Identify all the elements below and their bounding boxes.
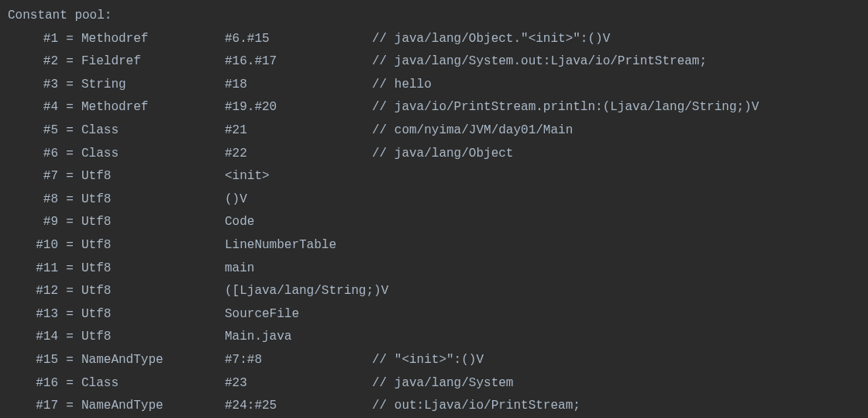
entry-comment: // out:Ljava/io/PrintStream; [372, 395, 580, 418]
entry-value: #24:#25 [225, 395, 372, 418]
entry-index: #1 [8, 28, 58, 51]
equals-sign: = [58, 372, 81, 396]
equals-sign: = [58, 119, 81, 143]
entry-comment: // hello [372, 74, 432, 97]
constant-pool-entry: #14=Utf8Main.java [8, 326, 868, 349]
entry-value: #23 [225, 372, 372, 396]
constant-pool-entry: #17=NameAndType#24:#25// out:Ljava/io/Pr… [8, 395, 868, 418]
entry-type: Class [81, 372, 225, 396]
constant-pool-entry: #9=Utf8Code [8, 211, 868, 234]
equals-sign: = [58, 303, 81, 326]
equals-sign: = [58, 188, 81, 212]
constant-pool-entry: #12=Utf8([Ljava/lang/String;)V [8, 280, 868, 303]
entry-index: #2 [8, 50, 58, 74]
entry-index: #12 [8, 280, 58, 303]
entry-value: ([Ljava/lang/String;)V [225, 280, 372, 303]
equals-sign: = [58, 50, 81, 74]
equals-sign: = [58, 96, 81, 119]
entry-index: #6 [8, 143, 58, 166]
entry-type: Class [81, 143, 225, 166]
entry-value: #22 [225, 143, 372, 166]
entry-type: Utf8 [81, 326, 225, 349]
constant-pool-entry: #10=Utf8LineNumberTable [8, 234, 868, 257]
equals-sign: = [58, 349, 81, 372]
entry-value: #6.#15 [225, 28, 372, 51]
constant-pool-entry: #16=Class#23// java/lang/System [8, 372, 868, 396]
entry-value: SourceFile [225, 303, 372, 326]
equals-sign: = [58, 74, 81, 97]
entry-type: Utf8 [81, 165, 225, 188]
entry-type: Utf8 [81, 211, 225, 234]
entry-comment: // java/lang/Object [372, 143, 513, 166]
entry-comment: // "<init>":()V [372, 349, 484, 372]
entry-index: #8 [8, 188, 58, 212]
entry-index: #17 [8, 395, 58, 418]
entry-index: #5 [8, 119, 58, 143]
constant-pool-entry: #7=Utf8<init> [8, 165, 868, 188]
entry-type: Fieldref [81, 50, 225, 74]
entry-type: Class [81, 119, 225, 143]
constant-pool-entry: #8=Utf8()V [8, 188, 868, 212]
equals-sign: = [58, 257, 81, 281]
constant-pool-entries: #1=Methodref#6.#15// java/lang/Object."<… [8, 28, 868, 418]
entry-type: Utf8 [81, 234, 225, 257]
entry-index: #3 [8, 74, 58, 97]
entry-type: NameAndType [81, 349, 225, 372]
entry-type: Methodref [81, 28, 225, 51]
constant-pool-entry: #3=String#18// hello [8, 74, 868, 97]
entry-comment: // java/io/PrintStream.println:(Ljava/la… [372, 96, 759, 119]
constant-pool-entry: #15=NameAndType#7:#8// "<init>":()V [8, 349, 868, 372]
constant-pool-entry: #11=Utf8main [8, 257, 868, 281]
constant-pool-entry: #2=Fieldref#16.#17// java/lang/System.ou… [8, 50, 868, 74]
entry-value: #16.#17 [225, 50, 372, 74]
constant-pool-header: Constant pool: [8, 5, 868, 28]
entry-comment: // com/nyima/JVM/day01/Main [372, 119, 573, 143]
entry-value: LineNumberTable [225, 234, 372, 257]
entry-index: #13 [8, 303, 58, 326]
entry-value: #21 [225, 119, 372, 143]
entry-index: #4 [8, 96, 58, 119]
equals-sign: = [58, 143, 81, 166]
entry-value: #18 [225, 74, 372, 97]
entry-comment: // java/lang/System [372, 372, 513, 396]
equals-sign: = [58, 395, 81, 418]
entry-index: #14 [8, 326, 58, 349]
entry-index: #15 [8, 349, 58, 372]
entry-type: Methodref [81, 96, 225, 119]
constant-pool-entry: #13=Utf8SourceFile [8, 303, 868, 326]
entry-value: ()V [225, 188, 372, 212]
equals-sign: = [58, 234, 81, 257]
equals-sign: = [58, 28, 81, 51]
entry-index: #7 [8, 165, 58, 188]
entry-type: Utf8 [81, 280, 225, 303]
constant-pool-entry: #1=Methodref#6.#15// java/lang/Object."<… [8, 28, 868, 51]
constant-pool-entry: #5=Class#21// com/nyima/JVM/day01/Main [8, 119, 868, 143]
constant-pool-entry: #6=Class#22// java/lang/Object [8, 143, 868, 166]
entry-index: #10 [8, 234, 58, 257]
entry-type: String [81, 74, 225, 97]
equals-sign: = [58, 280, 81, 303]
entry-comment: // java/lang/Object."<init>":()V [372, 28, 610, 51]
entry-value: main [225, 257, 372, 281]
entry-value: Code [225, 211, 372, 234]
equals-sign: = [58, 211, 81, 234]
equals-sign: = [58, 326, 81, 349]
entry-type: Utf8 [81, 257, 225, 281]
constant-pool-entry: #4=Methodref#19.#20// java/io/PrintStrea… [8, 96, 868, 119]
entry-type: Utf8 [81, 303, 225, 326]
entry-type: NameAndType [81, 395, 225, 418]
entry-value: Main.java [225, 326, 372, 349]
entry-index: #16 [8, 372, 58, 396]
equals-sign: = [58, 165, 81, 188]
entry-comment: // java/lang/System.out:Ljava/io/PrintSt… [372, 50, 707, 74]
entry-index: #11 [8, 257, 58, 281]
entry-value: #19.#20 [225, 96, 372, 119]
entry-value: #7:#8 [225, 349, 372, 372]
entry-value: <init> [225, 165, 372, 188]
entry-index: #9 [8, 211, 58, 234]
entry-type: Utf8 [81, 188, 225, 212]
